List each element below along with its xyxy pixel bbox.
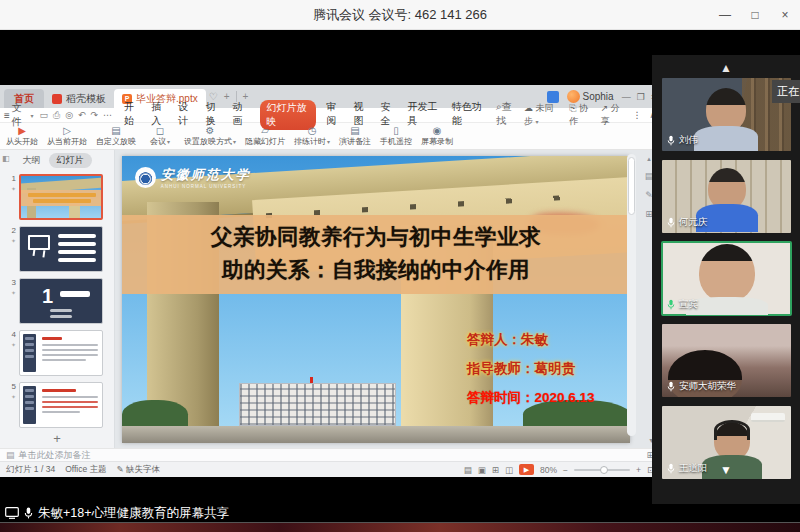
slide-thumb-3[interactable]: 3 ✦ 1 xyxy=(6,278,110,324)
slide-sorter-icon[interactable]: ⊞ xyxy=(492,465,499,475)
notes-placeholder[interactable]: 单击此处添加备注 xyxy=(19,449,91,462)
slide-thumb-4[interactable]: 4 ✦ xyxy=(6,330,110,376)
video-tile-active-speaker[interactable]: 宣宾 xyxy=(662,242,791,315)
play-from-start-button[interactable]: ▶ 从头开始 xyxy=(6,125,38,147)
date-line: 答辩时间：2020.6.13 xyxy=(467,389,595,407)
collaborate-button[interactable]: ⎘ 协作 xyxy=(569,102,592,128)
print-icon[interactable]: ⎙ xyxy=(53,110,60,121)
tab-docer-templates[interactable]: 稻壳模板 xyxy=(44,89,114,108)
slide-canvas[interactable]: 安徽师范大学 ANHUI NORMAL UNIVERSITY 父亲协同教养行为与… xyxy=(122,156,630,443)
mic-icon xyxy=(667,381,675,392)
mic-icon xyxy=(24,507,33,519)
building-flag xyxy=(310,377,313,383)
slide-number: 5 xyxy=(12,382,16,391)
campus-building xyxy=(239,383,396,426)
zoom-slider[interactable] xyxy=(574,469,630,471)
zoom-out-icon[interactable]: − xyxy=(563,465,568,475)
missing-font-label: 缺失字体 xyxy=(126,464,160,474)
ribbon-label: 从当前开始 xyxy=(47,136,87,147)
slide-number: 3 xyxy=(12,278,16,287)
wps-minimize-icon[interactable]: — xyxy=(622,92,631,102)
tab-outline[interactable]: 大纲 xyxy=(23,154,41,167)
normal-view-icon[interactable]: ▣ xyxy=(478,465,486,475)
screen-share-icon xyxy=(5,507,19,519)
play-from-current-button[interactable]: ▷ 从当前开始 xyxy=(47,125,87,147)
save-icon[interactable]: ▭ xyxy=(39,110,48,121)
university-name-en: ANHUI NORMAL UNIVERSITY xyxy=(161,184,251,189)
theme-name[interactable]: Office 主题 xyxy=(65,464,106,476)
wps-restore-icon[interactable]: ❐ xyxy=(637,92,645,102)
more-menu-icon[interactable]: ⋮ xyxy=(632,110,641,120)
meeting-button[interactable]: ◻ 会议▾ xyxy=(145,125,175,147)
mic-icon xyxy=(667,135,675,146)
slide-thumb-5[interactable]: 5 ✦ xyxy=(6,382,110,428)
share-button[interactable]: ↗ 分享 xyxy=(601,102,625,128)
notes-icon: ▤ xyxy=(6,450,15,460)
thumbnail-content-slide[interactable] xyxy=(19,330,103,376)
wps-presentation-window: 首页 稻壳模板 P 毕业答辩.pptx ♡ + + Sophia — xyxy=(0,85,660,472)
tab-features[interactable]: 特色功能 xyxy=(452,100,486,130)
custom-show-button[interactable]: ▤ 自定义放映 xyxy=(96,125,136,147)
zoom-in-icon[interactable]: + xyxy=(636,465,641,475)
scroll-participants-down[interactable]: ▼ xyxy=(720,463,732,477)
missing-font-warning[interactable]: ✎ 缺失字体 xyxy=(117,464,161,476)
status-bar: 幻灯片 1 / 34 Office 主题 ✎ 缺失字体 ▤ ▣ ⊞ ◫ ▶ 80… xyxy=(0,461,660,477)
close-button[interactable]: × xyxy=(770,0,800,30)
chevron-down-icon: ▾ xyxy=(30,112,33,119)
mic-icon xyxy=(667,217,675,228)
transition-icon: ✦ xyxy=(6,289,16,296)
chevron-down-icon: ▾ xyxy=(233,138,236,145)
participant-badge: 刘伟 xyxy=(667,134,698,147)
thumbnail-section-slide[interactable]: 1 xyxy=(19,278,103,324)
advisor-line: 指导教师：葛明贵 xyxy=(467,360,595,378)
notes-bar[interactable]: ▤ 单击此处添加备注 ⊞ xyxy=(0,448,660,461)
minimize-button[interactable]: — xyxy=(710,0,740,30)
slideshow-play-button[interactable]: ▶ xyxy=(519,464,534,475)
participant-name: 刘伟 xyxy=(679,134,698,147)
video-tile[interactable]: 何元庆 xyxy=(662,160,791,233)
share-icon: ↗ xyxy=(601,103,609,113)
participant-name: 安师大胡荣华 xyxy=(679,380,736,393)
tab-slides[interactable]: 幻灯片 xyxy=(49,153,92,168)
maximize-button[interactable]: □ xyxy=(740,0,770,30)
redo-icon[interactable]: ↷ xyxy=(91,110,99,121)
university-name: 安徽师范大学 xyxy=(161,166,251,184)
scroll-participants-up[interactable]: ▲ xyxy=(720,61,732,75)
phone-remote-button[interactable]: ▯ 手机遥控 xyxy=(380,125,412,147)
thumbnail-content-slide-2[interactable] xyxy=(19,382,103,428)
scrollbar-thumb[interactable] xyxy=(628,157,635,215)
video-tile[interactable]: 安师大胡荣华 xyxy=(662,324,791,397)
thumbnail-title-slide[interactable] xyxy=(19,174,103,220)
tencent-meeting-window: 腾讯会议 会议号: 462 141 266 — □ × 首页 稻壳模板 P 毕业… xyxy=(0,0,800,532)
preview-icon[interactable]: ◎ xyxy=(65,110,73,121)
ribbon-label: 自定义放映 xyxy=(96,136,136,147)
sync-status[interactable]: ☁ 未同步 ▾ xyxy=(524,102,561,128)
notes-toggle-icon[interactable]: ▤ xyxy=(464,465,472,475)
ribbon-label: 从头开始 xyxy=(6,136,38,147)
reading-view-icon[interactable]: ◫ xyxy=(505,465,513,475)
more-icon[interactable]: ⋯ xyxy=(103,110,112,121)
participant-badge: 王道阳 xyxy=(667,462,708,475)
menu-icon: ≡ xyxy=(4,110,10,121)
zoom-slider-knob[interactable] xyxy=(600,466,608,474)
screen-record-button[interactable]: ◉ 屏幕录制 xyxy=(421,125,453,147)
setup-show-button[interactable]: ⚙ 设置放映方式▾ xyxy=(184,125,236,147)
add-slide-button[interactable]: + xyxy=(53,431,61,446)
slide-thumb-2[interactable]: 2 ✦ xyxy=(6,226,110,272)
thumb-nav-column xyxy=(23,334,36,372)
undo-icon[interactable]: ↶ xyxy=(78,110,86,121)
meeting-titlebar: 腾讯会议 会议号: 462 141 266 — □ × xyxy=(0,0,800,30)
rehearse-timings-button[interactable]: ◷ 排练计时▾ xyxy=(294,125,330,147)
slide-thumb-1[interactable]: 1 ✦ xyxy=(6,174,110,220)
find-button[interactable]: ⌕查找 xyxy=(496,100,518,130)
speaker-notes-button[interactable]: ▤ 演讲备注 xyxy=(339,125,371,147)
hide-slide-icon: ▱ xyxy=(261,125,269,136)
ribbon-label: 会议 xyxy=(150,136,166,147)
thumbnail-agenda-slide[interactable] xyxy=(19,226,103,272)
slide-scrollbar[interactable] xyxy=(627,154,636,436)
hide-slide-button[interactable]: ▱ 隐藏幻灯片 xyxy=(245,125,285,147)
member-icon[interactable] xyxy=(547,91,559,103)
transition-icon: ✦ xyxy=(6,185,16,192)
collapse-panel-icon[interactable]: ◧ xyxy=(2,154,10,163)
mic-icon xyxy=(667,463,675,474)
